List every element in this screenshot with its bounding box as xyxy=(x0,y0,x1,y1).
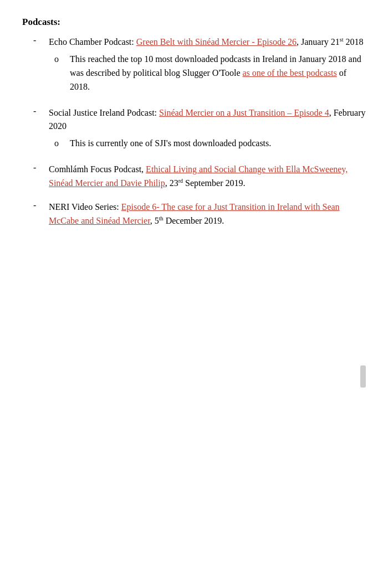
sub-bullet-content: This reached the top 10 most downloaded … xyxy=(70,53,366,94)
item-prefix: Comhlámh Focus Podcast, xyxy=(49,164,146,174)
podcasts-title: Podcasts: xyxy=(22,17,366,28)
sub-bullet-content: This is currently one of SJI's most down… xyxy=(70,137,366,151)
item-prefix: Echo Chamber Podcast: xyxy=(49,37,136,47)
item-suffix: , 23rd September 2019. xyxy=(165,178,246,188)
podcasts-section: Podcasts: - Echo Chamber Podcast: Green … xyxy=(22,17,366,228)
bullet-dash: - xyxy=(33,35,49,96)
bullet-content: Echo Chamber Podcast: Green Belt with Si… xyxy=(49,35,366,96)
sub-bullet-list: o This is currently one of SJI's most do… xyxy=(54,137,366,151)
bullet-dash: - xyxy=(33,163,49,190)
list-item: - Social Justice Ireland Podcast: Sinéad… xyxy=(22,106,366,153)
echo-chamber-link[interactable]: Green Belt with Sinéad Mercier - Episode… xyxy=(136,37,297,47)
item-suffix: , 5th December 2019. xyxy=(150,216,224,225)
bullet-list: - Echo Chamber Podcast: Green Belt with … xyxy=(22,35,366,228)
sji-podcast-link[interactable]: Sinéad Mercier on a Just Transition – Ep… xyxy=(159,108,329,117)
sub-bullet-o: o xyxy=(54,137,70,151)
sub-text: This is currently one of SJI's most down… xyxy=(70,138,271,148)
bullet-dash: - xyxy=(33,200,49,228)
item-prefix: Social Justice Ireland Podcast: xyxy=(49,108,159,117)
best-podcasts-link[interactable]: as one of the best podcasts xyxy=(242,68,336,78)
list-item: - Comhlámh Focus Podcast, Ethical Living… xyxy=(22,163,366,190)
bullet-content: Social Justice Ireland Podcast: Sinéad M… xyxy=(49,106,366,153)
bullet-content: Comhlámh Focus Podcast, Ethical Living a… xyxy=(49,163,366,190)
sub-bullet-item: o This is currently one of SJI's most do… xyxy=(54,137,366,151)
sub-bullet-item: o This reached the top 10 most downloade… xyxy=(54,53,366,94)
scrollbar-indicator[interactable] xyxy=(360,365,366,388)
sub-bullet-list: o This reached the top 10 most downloade… xyxy=(54,53,366,94)
bullet-content: NERI Video Series: Episode 6- The case f… xyxy=(49,200,366,228)
item-suffix: , January 21st 2018 xyxy=(297,37,363,47)
list-item: - NERI Video Series: Episode 6- The case… xyxy=(22,200,366,228)
item-prefix: NERI Video Series: xyxy=(49,202,121,212)
list-item: - Echo Chamber Podcast: Green Belt with … xyxy=(22,35,366,96)
bullet-dash: - xyxy=(33,106,49,153)
page-wrapper: Podcasts: - Echo Chamber Podcast: Green … xyxy=(22,17,366,228)
sub-bullet-o: o xyxy=(54,53,70,94)
